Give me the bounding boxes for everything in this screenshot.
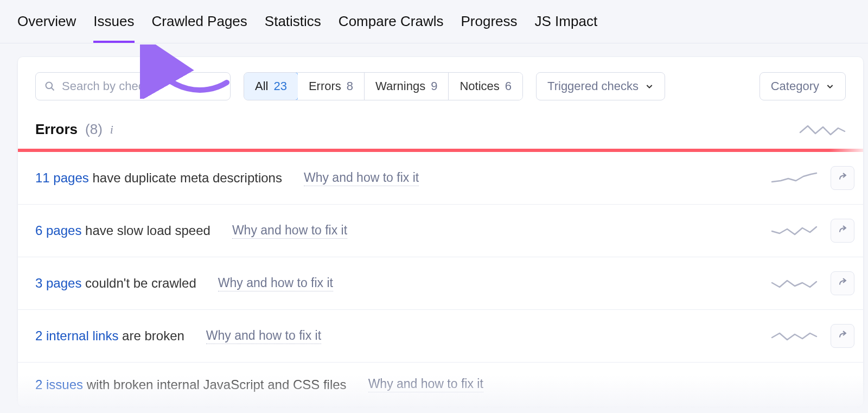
issue-row: 2 issues with broken internal JavaScript…	[18, 363, 863, 406]
fix-link[interactable]: Why and how to fix it	[206, 328, 321, 344]
issues-panel: All 23 Errors 8 Warnings 9 Notices 6 Tri…	[17, 56, 864, 407]
tab-compare-crawls[interactable]: Compare Crawls	[339, 13, 444, 43]
issue-text: 3 pages couldn't be crawled	[35, 276, 196, 291]
issue-link[interactable]: 2 internal links	[35, 328, 118, 343]
search-icon	[44, 81, 55, 92]
tab-statistics[interactable]: Statistics	[265, 13, 321, 43]
fix-link[interactable]: Why and how to fix it	[304, 170, 419, 186]
fix-link[interactable]: Why and how to fix it	[232, 223, 347, 239]
issue-desc: have slow load speed	[81, 223, 210, 238]
errors-section-header: Errors (8) i	[18, 110, 863, 149]
tab-overview[interactable]: Overview	[17, 13, 76, 43]
chevron-down-icon	[826, 82, 834, 91]
filter-all[interactable]: All 23	[244, 72, 298, 100]
filter-warnings-label: Warnings	[375, 79, 425, 93]
issue-desc: are broken	[118, 328, 184, 343]
issue-desc: with broken internal JavaScript and CSS …	[83, 377, 347, 392]
filter-warnings-count: 9	[431, 79, 437, 93]
issue-desc: have duplicate meta descriptions	[89, 170, 282, 185]
filter-errors-label: Errors	[309, 79, 341, 93]
tab-progress[interactable]: Progress	[461, 13, 517, 43]
filter-notices-count: 6	[505, 79, 512, 93]
filter-all-count: 23	[273, 79, 286, 93]
section-title: Errors	[35, 121, 78, 138]
tab-crawled-pages[interactable]: Crawled Pages	[152, 13, 247, 43]
issues-toolbar: All 23 Errors 8 Warnings 9 Notices 6 Tri…	[18, 57, 863, 110]
section-count: (8)	[85, 121, 103, 138]
issue-desc: couldn't be crawled	[81, 276, 196, 290]
triggered-checks-label: Triggered checks	[547, 79, 639, 93]
issue-row: 6 pages have slow load speed Why and how…	[18, 205, 863, 257]
open-action-button[interactable]	[831, 271, 854, 295]
category-label: Category	[771, 79, 819, 93]
arrow-out-icon	[837, 173, 848, 183]
search-input[interactable]	[62, 79, 221, 93]
open-action-button[interactable]	[831, 219, 854, 243]
issue-type-filter: All 23 Errors 8 Warnings 9 Notices 6	[244, 72, 523, 100]
search-input-wrapper[interactable]	[35, 72, 231, 100]
issue-link[interactable]: 3 pages	[35, 276, 81, 290]
issue-text: 2 internal links are broken	[35, 328, 184, 344]
issue-row: 2 internal links are broken Why and how …	[18, 310, 863, 363]
open-action-button[interactable]	[831, 324, 854, 348]
tab-js-impact[interactable]: JS Impact	[535, 13, 598, 43]
trend-sparkline-icon	[771, 224, 818, 238]
filter-notices[interactable]: Notices 6	[449, 73, 522, 100]
issue-text: 2 issues with broken internal JavaScript…	[35, 377, 347, 392]
arrow-out-icon	[837, 331, 848, 341]
info-icon[interactable]: i	[110, 124, 113, 136]
issue-link[interactable]: 2 issues	[35, 377, 83, 392]
chevron-down-icon	[645, 82, 654, 91]
issue-row: 11 pages have duplicate meta description…	[18, 152, 863, 205]
filter-errors-count: 8	[347, 79, 353, 93]
tab-issues[interactable]: Issues	[93, 13, 134, 43]
filter-all-label: All	[255, 79, 268, 93]
issue-row: 3 pages couldn't be crawled Why and how …	[18, 257, 863, 310]
fix-link[interactable]: Why and how to fix it	[368, 377, 483, 392]
main-tabs: Overview Issues Crawled Pages Statistics…	[0, 0, 868, 43]
filter-errors[interactable]: Errors 8	[298, 73, 365, 100]
trend-sparkline-icon	[771, 171, 818, 185]
issue-link[interactable]: 6 pages	[35, 223, 81, 238]
issue-text: 11 pages have duplicate meta description…	[35, 170, 282, 186]
svg-point-0	[46, 82, 53, 89]
svg-line-1	[52, 88, 54, 91]
trend-sparkline-icon	[799, 123, 846, 137]
issue-text: 6 pages have slow load speed	[35, 223, 210, 238]
triggered-checks-dropdown[interactable]: Triggered checks	[536, 72, 665, 100]
arrow-out-icon	[837, 225, 848, 236]
arrow-out-icon	[837, 278, 848, 289]
filter-notices-label: Notices	[459, 79, 499, 93]
trend-sparkline-icon	[771, 329, 818, 343]
fix-link[interactable]: Why and how to fix it	[218, 276, 333, 291]
trend-sparkline-icon	[771, 276, 818, 290]
open-action-button[interactable]	[831, 166, 854, 190]
category-dropdown[interactable]: Category	[760, 72, 846, 100]
issue-link[interactable]: 11 pages	[35, 170, 89, 185]
filter-warnings[interactable]: Warnings 9	[365, 73, 449, 100]
